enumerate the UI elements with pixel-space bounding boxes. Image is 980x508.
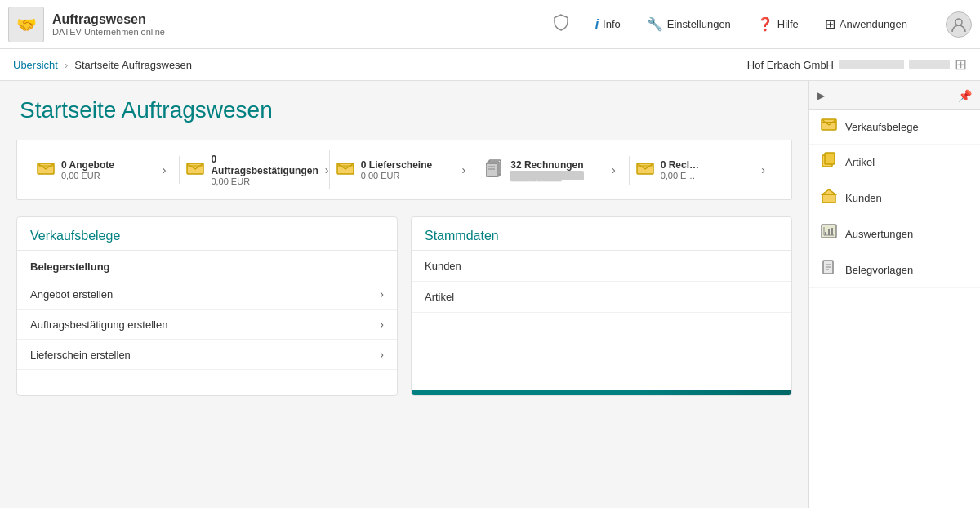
kunden-stammdaten-link[interactable]: Kunden [412,251,791,282]
stat-lieferscheine[interactable]: 0 Lieferscheine 0,00 EUR › [330,156,479,184]
stat-rechnungen-value: ████████ [510,171,583,180]
info-nav-button[interactable]: i Info [590,14,626,35]
sidebar-item-auswertungen[interactable]: Auswertungen [809,216,980,252]
sidebar-panel-header: ▶ 📌 [809,81,980,110]
svg-rect-19 [828,229,830,235]
verkaufsbelege-card: Verkaufsbelege Belegerstellung Angebot e… [16,216,398,396]
stat-rechnungen-arrow: › [612,163,616,176]
breadcrumb-overview[interactable]: Übersicht [13,59,58,71]
hilfe-label: Hilfe [777,18,799,30]
kunden-stammdaten-label: Kunden [425,260,461,272]
logo-area: 🤝 Auftragswesen DATEV Unternehmen online [8,7,165,42]
lieferschein-erstellen-link[interactable]: Lieferschein erstellen › [17,340,397,370]
stammdaten-card: Stammdaten Kunden Artikel [411,216,792,396]
einstellungen-nav-button[interactable]: 🔧 Einstellungen [642,13,736,35]
sidebar-collapse-arrow[interactable]: ▶ [817,90,825,101]
sidebar-auswertungen-label: Auswertungen [845,228,913,240]
stat-recl-icon [636,161,654,180]
sidebar-belegvorlagen-label: Belegvorlagen [845,264,913,276]
breadcrumb-expand-icon[interactable]: ⊞ [955,56,967,74]
stat-rechnungen-icon [486,159,504,181]
sidebar-auswertungen-icon [821,224,837,244]
svg-marker-14 [822,189,835,194]
sidebar-item-artikel[interactable]: Artikel [809,145,980,180]
stat-lieferscheine-arrow: › [462,163,466,176]
verkaufsbelege-card-header: Verkaufsbelege [17,217,397,251]
stat-auftragsbestatigungen[interactable]: 0 Auftragsbestätigungen 0,00 EUR › [180,150,329,189]
stat-auftragsbestatigungen-text: 0 Auftragsbestätigungen 0,00 EUR [211,154,318,186]
svg-point-0 [956,19,962,25]
stat-lieferscheine-icon [336,161,354,180]
stammdaten-card-header: Stammdaten [412,217,791,251]
company-name: Hof Erbach GmbH [747,59,834,71]
sidebar-item-kunden[interactable]: Kunden [809,180,980,216]
artikel-stammdaten-label: Artikel [425,291,454,303]
sidebar-item-verkaufsbelege[interactable]: Verkaufsbelege [809,110,980,145]
stat-recl-text: 0 Recl… 0,00 E… [661,159,699,180]
stats-bar: 0 Angebote 0,00 EUR › 0 Auftragsbestätig… [16,140,792,200]
svg-rect-18 [825,232,826,235]
wrench-icon: 🔧 [647,16,663,32]
stat-auftragsbestatigungen-arrow: › [325,163,329,176]
stat-angebote-value: 0,00 EUR [61,171,114,180]
angebot-erstellen-label: Angebot erstellen [30,288,113,301]
stat-auftragsbestatigungen-icon [186,161,204,180]
lieferschein-erstellen-label: Lieferschein erstellen [30,349,131,361]
anwendungen-label: Anwendungen [840,18,907,30]
sidebar-verkaufsbelege-label: Verkaufsbelege [845,121,919,133]
sidebar-verkaufsbelege-icon [821,118,837,136]
shield-nav-button[interactable] [548,11,574,38]
stat-recl-value: 0,00 E… [661,171,699,180]
hilfe-nav-button[interactable]: ❓ Hilfe [752,13,804,35]
anwendungen-nav-button[interactable]: ⊞ Anwendungen [820,13,912,35]
company-extra-blurred [909,60,950,69]
svg-rect-12 [825,153,835,164]
auftragsbestatigung-erstellen-label: Auftragsbestätigung erstellen [30,319,167,331]
stat-rechnungen[interactable]: 32 Rechnungen ████████ › [479,156,629,185]
app-header: 🤝 Auftragswesen DATEV Unternehmen online… [0,0,980,49]
stat-recl[interactable]: 0 Recl… 0,00 E… › [630,156,778,184]
pin-icon[interactable]: 📌 [958,89,972,102]
company-id-blurred [839,60,904,69]
lieferschein-erstellen-arrow-icon: › [380,348,384,361]
stat-auftragsbestatigungen-title: 0 Auftragsbestätigungen [211,154,318,176]
stat-angebote-icon [37,161,55,180]
artikel-stammdaten-link[interactable]: Artikel [412,282,791,313]
info-icon: i [595,17,599,32]
card-scroll-indicator [412,390,791,395]
sidebar-item-belegvorlagen[interactable]: Belegvorlagen [809,252,980,288]
app-title-block: Auftragswesen DATEV Unternehmen online [52,12,165,37]
einstellungen-label: Einstellungen [667,18,731,30]
stat-angebote[interactable]: 0 Angebote 0,00 EUR › [30,156,180,184]
stat-angebote-text: 0 Angebote 0,00 EUR [61,159,114,180]
angebot-erstellen-arrow-icon: › [380,287,384,301]
app-logo-icon: 🤝 [8,7,44,42]
stat-recl-title: 0 Recl… [661,159,699,171]
sidebar-artikel-label: Artikel [845,156,875,168]
header-navigation: i Info 🔧 Einstellungen ❓ Hilfe ⊞ Anwendu… [548,11,972,38]
verkaufsbelege-card-title: Verkaufsbelege [30,229,120,243]
stat-angebote-title: 0 Angebote [61,159,114,171]
shield-icon [553,14,569,35]
info-label: Info [603,18,621,30]
auftragsbestatigung-erstellen-link[interactable]: Auftragsbestätigung erstellen › [17,310,397,340]
sidebar-kunden-icon [821,188,837,208]
app-title: Auftragswesen [52,12,165,27]
svg-rect-13 [822,194,835,203]
help-icon: ❓ [757,16,773,32]
sidebar-artikel-icon [821,152,837,172]
stat-rechnungen-title: 32 Rechnungen [510,159,583,171]
stat-angebote-arrow: › [163,163,167,176]
content-area: Startseite Auftragswesen 0 Angebote 0,00… [0,81,808,508]
auftragsbestatigung-erstellen-arrow-icon: › [380,318,384,331]
stat-rechnungen-text: 32 Rechnungen ████████ [510,159,583,180]
cards-container: Verkaufsbelege Belegerstellung Angebot e… [0,208,808,412]
angebot-erstellen-link[interactable]: Angebot erstellen › [17,279,397,310]
main-container: Startseite Auftragswesen 0 Angebote 0,00… [0,81,980,508]
breadcrumb-separator: › [65,59,68,71]
svg-rect-6 [486,163,497,176]
breadcrumb-current-page: Startseite Auftragswesen [74,59,192,71]
page-title: Startseite Auftragswesen [0,81,808,131]
stat-lieferscheine-title: 0 Lieferscheine [361,159,432,171]
user-avatar[interactable] [946,11,972,38]
